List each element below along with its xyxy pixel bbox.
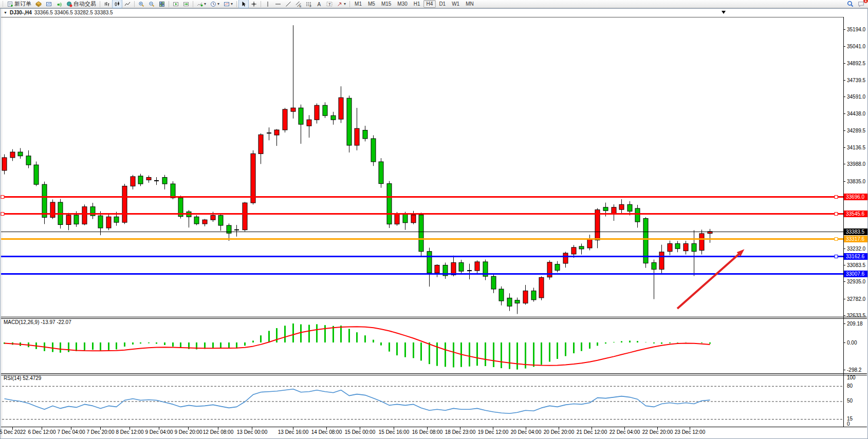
line-handle[interactable]	[835, 213, 838, 216]
candle	[146, 177, 151, 180]
label-button[interactable]: T	[324, 0, 335, 8]
timeframe-button-W1[interactable]: W1	[449, 0, 463, 8]
time-tick-label: 20 Dec 04:00	[511, 429, 542, 435]
market-watch-button[interactable]	[44, 0, 54, 8]
toolbar-separator	[236, 1, 237, 7]
candle	[258, 135, 263, 154]
toolbar-separator	[100, 1, 100, 7]
vline-icon	[265, 1, 271, 7]
candle	[427, 252, 432, 273]
candle	[82, 207, 87, 224]
zoom-out-button[interactable]	[146, 0, 157, 8]
periods-button[interactable]: ▾	[208, 0, 221, 8]
timeframe-button-M5[interactable]: M5	[365, 0, 378, 8]
auto-scroll-button[interactable]	[171, 0, 181, 8]
candle	[603, 207, 608, 211]
candle	[98, 216, 103, 228]
notifications-button[interactable]: 1	[856, 0, 866, 8]
notification-badge: 1	[863, 0, 868, 3]
search-button[interactable]	[845, 0, 856, 8]
timeframe-button-H4[interactable]: H4	[423, 0, 436, 8]
line-handle[interactable]	[1, 213, 4, 216]
candle-chart-button[interactable]	[112, 0, 122, 8]
new-order-button[interactable]: 新订单	[5, 0, 33, 8]
price-tick-label: 34136.5	[847, 145, 866, 150]
line-handle[interactable]	[835, 196, 838, 199]
line-handle[interactable]	[835, 255, 838, 258]
arrow-shape-icon	[337, 1, 343, 7]
chevron-down-icon: ▾	[204, 2, 206, 6]
zoom-out-icon	[149, 1, 155, 7]
timeframe-button-D1[interactable]: D1	[436, 0, 449, 8]
candle	[194, 217, 199, 224]
candle	[563, 253, 568, 263]
price-tick-label: 32935.0	[847, 279, 866, 284]
candle	[122, 186, 127, 222]
candle	[475, 262, 479, 271]
auto-scroll-icon	[173, 1, 179, 7]
search-icon	[847, 1, 854, 7]
crosshair-button[interactable]	[249, 0, 259, 8]
price-tick-label: 34892.5	[847, 61, 866, 66]
collapse-triangle-icon[interactable]: ▼	[4, 11, 7, 14]
svg-text:A: A	[318, 1, 321, 7]
new-order-button-label: 新订单	[14, 0, 31, 8]
candle	[347, 98, 352, 145]
candle	[459, 262, 464, 271]
chart-canvas[interactable]: MACD(12,26,9) -13.97 -22.07RSI(14) 52.47…	[0, 0, 868, 439]
price-tick-label: 34591.0	[847, 94, 866, 100]
candle	[668, 243, 672, 251]
zoom-in-button[interactable]	[136, 0, 146, 8]
line-chart-button[interactable]	[122, 0, 133, 8]
hline-icon	[275, 1, 281, 7]
vline-button[interactable]	[263, 0, 273, 8]
chart-shift-button[interactable]	[181, 0, 191, 8]
line-chart-icon	[124, 1, 131, 7]
price-line-label: 33317.6	[846, 236, 865, 242]
time-tick-label: 7 Dec 20:00	[87, 429, 115, 435]
templates-button[interactable]: ▾	[221, 0, 235, 8]
timeframe-button-H1[interactable]: H1	[411, 0, 423, 8]
line-handle[interactable]	[1, 196, 4, 199]
candle	[2, 158, 7, 170]
time-tick-label: 9 Dec 04:00	[145, 429, 173, 435]
hline-button[interactable]	[273, 0, 283, 8]
toolbar-separator	[134, 1, 135, 7]
macd-axis-label: -298.2	[847, 367, 862, 373]
doji-candle	[267, 132, 271, 133]
chart-window-background[interactable]	[0, 8, 868, 439]
timeframe-button-M30[interactable]: M30	[394, 0, 410, 8]
trendline-button[interactable]	[283, 0, 293, 8]
timeframe-button-MN[interactable]: MN	[463, 0, 477, 8]
trendline-icon	[285, 1, 291, 7]
svg-text:F: F	[310, 4, 312, 7]
macd-axis-label: 209.18	[847, 321, 863, 327]
signals-button[interactable]	[54, 0, 64, 8]
candle	[531, 291, 536, 299]
candle	[251, 154, 255, 203]
toolbar-separator	[261, 1, 261, 7]
indicators-button[interactable]: ▾	[195, 0, 208, 8]
styler-button[interactable]	[33, 0, 44, 8]
arrows-button[interactable]: ▾	[335, 0, 348, 8]
timeframe-button-M15[interactable]: M15	[378, 0, 394, 8]
price-line-label: 33162.6	[846, 254, 865, 259]
text-icon: A	[316, 1, 322, 7]
chart-title-bar: ▼ DJ30-,H4 33366.5 33406.5 33282.5 33383…	[4, 10, 113, 15]
channel-button[interactable]: E	[293, 0, 304, 8]
candle	[323, 105, 327, 116]
bar-chart-button[interactable]	[102, 0, 112, 8]
candle	[619, 204, 624, 209]
time-tick-label: 20 Dec 20:00	[544, 429, 575, 435]
cursor-button[interactable]	[238, 0, 249, 8]
tile-windows-button[interactable]	[157, 0, 167, 8]
toolbar-grip	[3, 1, 4, 7]
candle	[299, 108, 303, 124]
line-handle[interactable]	[835, 238, 838, 241]
timeframe-button-M1[interactable]: M1	[352, 0, 365, 8]
autotrading-button[interactable]: 自动交易	[64, 0, 98, 8]
fibo-button[interactable]: F	[304, 0, 314, 8]
price-tick-label: 33232.0	[847, 246, 866, 252]
time-tick-label: 15 Dec 16:00	[379, 429, 410, 435]
text-button[interactable]: A	[314, 0, 324, 8]
